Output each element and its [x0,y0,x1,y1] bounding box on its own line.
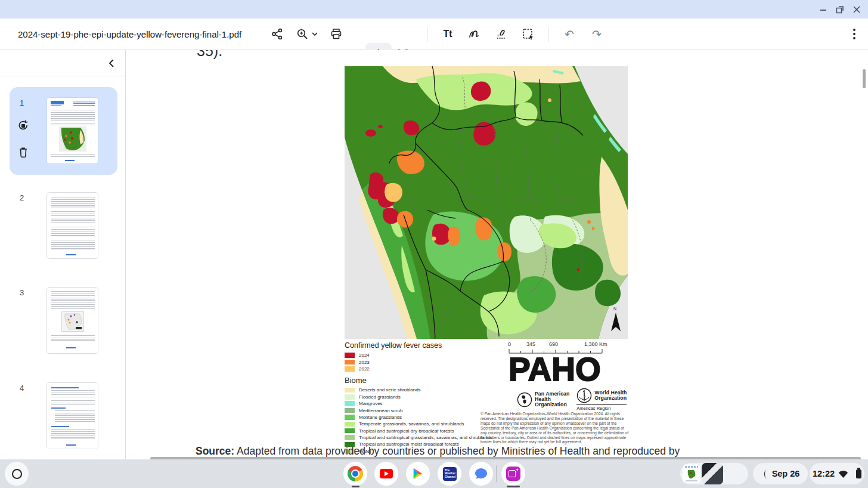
swatch-2022 [345,366,355,372]
tote-button[interactable] [680,463,748,484]
paho-seal-icon [517,392,532,407]
biome-swatch [345,388,355,393]
toolbar-divider [427,27,427,42]
trash-icon [17,146,29,158]
select-tool-button[interactable] [517,23,540,45]
sidebar-header [0,50,125,76]
delete-page-button[interactable] [17,146,29,158]
chevron-down-icon [312,32,318,36]
date-label: Sep 26 [772,469,800,478]
biome-row: Tropical and subtropical dry broadleaf f… [345,428,501,434]
source-text: Adapted from data provided by countries … [234,445,680,457]
launcher-icon [12,469,22,479]
minimize-button[interactable] [814,0,832,18]
page-3-thumbnail[interactable] [46,287,98,354]
biome-swatch [345,408,355,413]
messages-app-button[interactable] [469,462,493,486]
paho-logo-block: PAHO Pan American Health Organization [509,353,628,411]
legend-row-2023: 2023 [345,359,501,365]
marquee-select-icon [522,27,535,41]
gallery-app-button[interactable]: ✦ [501,462,525,486]
play-store-app-button[interactable] [406,462,430,486]
share-button[interactable] [266,23,289,45]
swatch-2024 [345,353,355,358]
page-3-number: 3 [20,288,24,297]
page-2-preview [47,193,98,258]
page-4-number: 4 [20,384,24,393]
page-2-thumbnail[interactable] [46,192,98,259]
collapse-sidebar-button[interactable] [104,55,119,71]
south-america-map-figure: N [345,66,628,339]
date-pill[interactable]: Sep 26 [765,463,807,484]
biome-row: Mangroves [345,400,501,407]
who-org: World Health Organization Americas Regio… [576,388,627,411]
play-store-icon [411,467,424,481]
vertical-scrollbar[interactable] [863,69,866,88]
scale-1380: 1,380 Km [584,341,607,347]
mini-map [59,126,86,152]
who-emblem-icon [576,388,592,403]
biome-row: Mediterranean scrub [345,407,501,413]
scale-0: 0 [508,341,511,347]
swatch-2023 [345,360,355,365]
paho-wordmark: PAHO [509,353,628,386]
svg-text:N: N [613,307,616,311]
close-icon [852,5,861,14]
biome-swatch [345,435,355,440]
rotate-icon [17,119,29,131]
page-1-thumbnail[interactable] [46,97,98,164]
chrome-app-button[interactable] [343,462,367,486]
pen-squiggle-icon [468,28,481,40]
clock-label: 12:22 [813,469,835,478]
text-annotation-button[interactable]: Tt [436,23,459,45]
youtube-app-button[interactable] [374,462,398,486]
draw-button[interactable] [463,23,486,45]
biome-row: Temperate grasslands, savannas, and shru… [345,421,501,427]
biome-row: Montane grasslands [345,414,501,421]
wifi-icon [838,470,848,478]
rotate-page-button[interactable] [17,119,29,131]
undo-button[interactable]: ↶ [558,23,581,45]
americas-region-label: Americas Region [576,404,627,411]
pdf-toolbar: 2024-sept-19-phe-epi-update-yellow-fever… [0,18,868,50]
biome-swatch [345,428,355,434]
tote-screenshot-2 [702,463,723,484]
chrome-active-indicator [352,486,359,487]
restore-icon [836,5,844,14]
battery-icon [856,470,861,478]
minimize-icon [819,5,827,14]
highlight-button[interactable]: x [490,23,513,45]
map-legend: Confirmed yellow fever cases 2024 2023 2… [345,341,501,455]
status-tray-time[interactable]: 12:22 [810,463,864,484]
pdf-page-view: 35). [126,50,868,459]
close-button[interactable] [848,0,866,18]
svg-text:x: x [497,33,499,37]
legend-cases-title: Confirmed yellow fever cases [345,341,501,350]
weather-app-button[interactable]: The Weather Channel [438,462,461,486]
page-3-preview [47,288,98,353]
legend-biome-title: Biome [345,376,501,385]
page-2-number: 2 [20,193,24,202]
text-tool-icon: Tt [443,29,452,39]
biome-swatch [345,422,355,427]
restore-button[interactable] [831,0,849,18]
biome-swatch [345,415,355,420]
scale-690: 690 [549,341,558,347]
source-line: Source: Adapted from data provided by co… [196,445,680,458]
page-4-preview [47,383,98,449]
tote-screenshot-1 [683,464,700,483]
biome-swatch [345,401,355,406]
page-4-thumbnail[interactable] [46,382,98,449]
print-button[interactable] [325,23,348,45]
thumbnail-sidebar: 1 [0,50,126,459]
highlighter-icon: x [495,27,508,41]
print-icon [330,28,342,40]
gallery-active-indicator [507,486,520,487]
zoom-menu-button[interactable] [309,23,321,45]
biome-row: Deserts and xeric shrublands [345,387,501,393]
redo-button[interactable]: ↷ [585,23,608,45]
more-options-button[interactable] [843,23,866,45]
scale-345: 345 [526,341,535,347]
redo-icon: ↷ [592,27,602,41]
launcher-button[interactable] [5,462,29,486]
